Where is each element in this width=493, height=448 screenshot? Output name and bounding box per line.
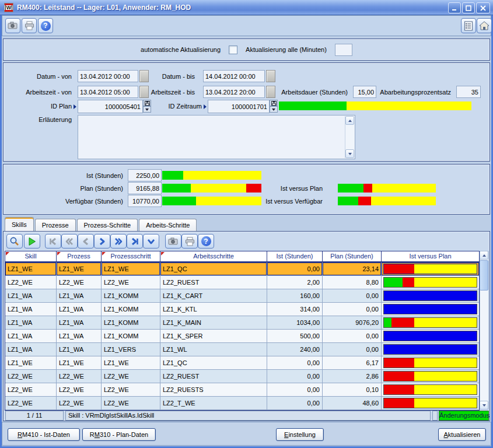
ist-versus-plan-cell <box>382 276 479 289</box>
id-plan-input[interactable] <box>78 100 143 113</box>
column-header-2[interactable]: Prozessschritt <box>102 251 160 261</box>
nav-fast-prev-button[interactable] <box>61 234 78 249</box>
table-row[interactable]: LZ1_WALZ1_WALZ1_KOMMLZ1_K_MAIN1034,00907… <box>5 316 479 330</box>
grid-print-button[interactable] <box>181 234 198 249</box>
table-row[interactable]: LZ1_WELZ1_WELZ1_WELZ1_QC0,006,17 <box>5 356 479 370</box>
sort-corner-icon <box>161 252 165 256</box>
table-row[interactable]: LZ1_WALZ1_WALZ1_KOMMLZ1_K_CART160,000,00 <box>5 289 479 303</box>
print-button[interactable] <box>22 18 37 33</box>
table-cell: 48,60 <box>323 397 382 410</box>
bar-segment <box>414 358 477 368</box>
screenshot-camera-button[interactable] <box>5 18 20 33</box>
table-row[interactable]: LZ2_WELZ2_WELZ2_WELZ2_T_WE0,0048,60 <box>5 397 479 410</box>
table-cell: LZ2_WE <box>57 397 102 410</box>
datum-bis-input[interactable] <box>203 70 265 82</box>
ist-versus-plan-cell <box>382 356 479 370</box>
help-button[interactable]: ? <box>38 18 53 33</box>
column-header-1[interactable]: Prozess <box>57 251 102 261</box>
row-progress-bar <box>383 304 477 314</box>
abarbeitungsprozentsatz-input[interactable] <box>456 86 481 98</box>
refresh-interval-input[interactable] <box>335 44 352 56</box>
aktualisieren-button[interactable]: Aktualisieren <box>438 428 486 441</box>
scrollbar-thumb[interactable] <box>480 260 488 290</box>
search-button[interactable] <box>6 234 23 249</box>
table-row[interactable]: LZ2_WELZ2_WELZ2_WELZ2_RUEST2,008,80 <box>5 276 479 289</box>
grid-help-button[interactable]: ? <box>198 234 214 249</box>
table-row[interactable]: LZ2_WELZ2_WELZ2_WELZ2_RUEST0,002,86 <box>5 370 479 383</box>
scroll-down-button[interactable] <box>480 401 488 410</box>
id-zeitraum-dropdown-button[interactable] <box>270 106 278 113</box>
minimize-button[interactable] <box>448 2 461 13</box>
table-cell: LZ1_WE <box>102 262 160 276</box>
tab-prozesse[interactable]: Prozesse <box>35 219 76 231</box>
id-zeitraum-input[interactable] <box>208 100 270 113</box>
einstellung-button[interactable]: Einstellung <box>276 428 324 441</box>
table-cell: LZ2_RUESTS <box>160 383 267 397</box>
nav-prev-button[interactable] <box>78 234 94 249</box>
tab-prozess-schritte[interactable]: Prozess-Schritte <box>77 219 138 231</box>
table-cell: 9076,20 <box>323 316 382 330</box>
table-cell: 500,00 <box>267 330 323 343</box>
table-cell: LZ1_WA <box>5 330 57 343</box>
column-header-6[interactable]: Ist versus Plan <box>382 251 479 261</box>
close-button[interactable] <box>476 2 490 13</box>
arbeitsdauer-label: Arbeitsdauer (Stunden) <box>275 86 348 98</box>
chevron-down-icon <box>146 237 156 246</box>
tab-skills[interactable]: Skills <box>5 217 34 231</box>
table-row[interactable]: LZ1_WALZ1_WALZ1_KOMMLZ1_K_SPER500,000,00 <box>5 330 479 343</box>
table-cell: LZ1_WA <box>5 303 57 316</box>
nav-fast-next-button[interactable] <box>110 234 127 249</box>
scroll-up-button[interactable] <box>345 116 354 125</box>
id-zeitraum-save-button[interactable] <box>270 100 278 106</box>
grid-screenshot-button[interactable] <box>165 234 181 249</box>
arbeitszeit-bis-input[interactable] <box>203 86 265 98</box>
skills-table: SkillProzessProzessschrittArbeitsschritt… <box>5 251 480 411</box>
column-header-4[interactable]: Ist (Stunden) <box>267 251 323 261</box>
auto-refresh-checkbox[interactable] <box>229 46 237 54</box>
bar-segment <box>384 291 477 300</box>
datum-von-input[interactable] <box>78 70 138 82</box>
table-row[interactable]: LZ1_WALZ1_WALZ1_KOMMLZ1_K_KTL314,000,00 <box>5 303 479 316</box>
ist-stunden-value[interactable] <box>128 169 162 181</box>
fast-prev-icon <box>65 237 74 246</box>
home-button[interactable] <box>477 18 492 33</box>
erlaeuterung-scrollbar[interactable] <box>345 116 354 158</box>
nav-next-button[interactable] <box>94 234 110 249</box>
table-scrollbar[interactable] <box>480 251 489 410</box>
table-cell: 0,10 <box>323 383 382 397</box>
table-cell: LZ1_KOMM <box>102 316 160 330</box>
nav-first-button[interactable] <box>45 234 61 249</box>
plan-stunden-value[interactable] <box>128 182 162 194</box>
run-button[interactable] <box>24 234 40 249</box>
scroll-up-button[interactable] <box>480 251 488 260</box>
table-row[interactable]: LZ2_WELZ2_WELZ2_WELZ2_RUESTS0,000,10 <box>5 383 479 397</box>
verfuegbar-stunden-value[interactable] <box>128 195 162 207</box>
maximize-button[interactable] <box>462 2 475 13</box>
protocol-list-button[interactable] <box>461 18 476 33</box>
title-bar[interactable]: W RM400: Leitstand -- Lager: L01, Anwend… <box>0 0 493 15</box>
sort-corner-icon <box>6 252 9 256</box>
column-header-5[interactable]: Plan (Stunden) <box>323 251 382 261</box>
status-spacer <box>432 411 438 421</box>
table-row[interactable]: LZ1_WALZ1_WALZ1_VERSLZ1_WL240,000,00 <box>5 343 479 356</box>
arbeitsdauer-input[interactable] <box>353 86 376 98</box>
tab-arbeits-schritte[interactable]: Arbeits-Schritte <box>139 219 197 231</box>
column-header-0[interactable]: Skill <box>5 251 57 261</box>
table-cell: LZ1_VERS <box>102 343 160 356</box>
rm410-ist-daten-button[interactable]: RM410 - Ist-Daten <box>8 428 80 441</box>
ist-versus-plan-cell <box>382 330 479 343</box>
arbeitszeit-bis-picker-button[interactable] <box>266 86 275 98</box>
column-header-3[interactable]: Arbeitsschritte <box>160 251 267 261</box>
table-row[interactable]: LZ1_WELZ1_WELZ1_WELZ1_QC0,0023,14 <box>5 262 479 276</box>
arbeitszeit-von-input[interactable] <box>78 86 138 98</box>
scroll-down-button[interactable] <box>345 149 354 158</box>
row-progress-bar <box>383 264 477 274</box>
table-cell: 0,00 <box>267 262 323 276</box>
bar-segment <box>384 331 477 341</box>
datum-bis-picker-button[interactable] <box>266 70 275 82</box>
nav-down-button[interactable] <box>143 234 159 249</box>
nav-last-button[interactable] <box>127 234 143 249</box>
rm310-plan-daten-button[interactable]: RM310 - Plan-Daten <box>82 428 156 441</box>
erlaeuterung-textarea[interactable] <box>78 115 355 159</box>
triangle-up-icon <box>482 254 486 257</box>
